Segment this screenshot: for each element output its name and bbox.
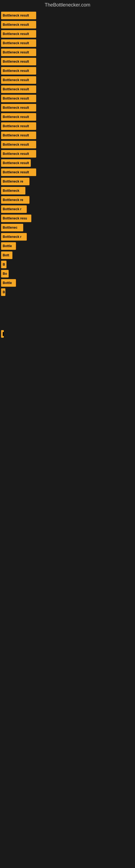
bar-row: Bottleneck result [0, 168, 135, 176]
bar-label: Bottle [3, 281, 12, 285]
bar-row: Bottleneck result [0, 113, 135, 121]
bar-row: Bottleneck r [0, 233, 135, 241]
bottleneck-bar: Bottleneck re [1, 178, 30, 185]
bottleneck-bar: Bottleneck result [1, 12, 36, 19]
bar-label: Bottleneck result [3, 60, 29, 63]
bar-label: Bottleneck result [3, 69, 29, 73]
bar-row: Bottleneck result [0, 76, 135, 84]
bar-row: Bo [0, 270, 135, 278]
bar-row: Bottleneck result [0, 30, 135, 38]
bottleneck-bar: Bottleneck r [1, 205, 27, 213]
bottleneck-bar: Bottle [1, 242, 16, 250]
bar-label: Bottleneck result [3, 170, 29, 174]
bar-row [0, 339, 135, 348]
bar-label: Bottleneck result [3, 97, 29, 100]
bottleneck-bar: Bottlenec [1, 224, 23, 231]
bar-row: Bottleneck [0, 187, 135, 194]
bar-label: Bottleneck result [3, 124, 29, 128]
bar-row: Bottleneck r [0, 205, 135, 213]
bar-label: Bottleneck result [3, 152, 29, 156]
bar-row: Bottleneck result [0, 12, 135, 19]
bottleneck-bar: Bottleneck result [1, 21, 36, 29]
bottleneck-bar: Bo [1, 270, 9, 278]
bar-row: B [0, 261, 135, 268]
bar-row: Bottleneck result [0, 104, 135, 112]
bottleneck-bar: Bottleneck result [1, 86, 36, 93]
bar-label: Bottleneck result [3, 41, 29, 45]
bar-row: Bottleneck result [0, 39, 135, 47]
bottleneck-bar: Bottleneck result [1, 39, 36, 47]
bar-row [0, 308, 135, 318]
bar-label: Bott [3, 253, 9, 257]
bar-row: Bottleneck result [0, 122, 135, 130]
bar-label: Bottleneck result [3, 161, 29, 165]
bar-row: ▌ [0, 330, 135, 338]
bottleneck-bar: Bottleneck result [1, 76, 36, 84]
bar-label: Bottleneck resu [3, 216, 27, 220]
bar-row: Bottleneck result [0, 86, 135, 93]
bar-label: B [3, 290, 5, 294]
bar-label: Bottleneck result [3, 13, 29, 18]
bar-row: Bottleneck result [0, 95, 135, 102]
bottleneck-bar: ▌ [1, 330, 4, 338]
bar-row: Bottleneck resu [0, 215, 135, 222]
bar-row: Bottleneck result [0, 141, 135, 148]
bar-row: Bottleneck result [0, 150, 135, 158]
bottleneck-bar: Bottleneck result [1, 141, 36, 148]
bar-label: Bottleneck r [3, 207, 21, 211]
bottleneck-bar: Bottleneck [1, 187, 26, 194]
bar-label: ▌ [3, 332, 4, 336]
bottleneck-bar: Bott [1, 251, 12, 259]
bar-label: Bottleneck result [3, 51, 29, 54]
bottleneck-bar: Bottleneck resu [1, 215, 31, 222]
bottleneck-bar: Bottleneck result [1, 168, 36, 176]
bottleneck-bar: Bottleneck result [1, 104, 36, 112]
bar-label: Bottleneck result [3, 143, 29, 147]
bottleneck-bar: Bottleneck result [1, 30, 36, 38]
bar-label: Bottleneck result [3, 23, 29, 27]
bar-row: Bottleneck result [0, 67, 135, 74]
bar-label: Bottle [3, 244, 12, 248]
bar-row: Bottleneck result [0, 58, 135, 65]
bar-row [0, 383, 135, 392]
bar-row: Bottleneck result [0, 49, 135, 56]
bottleneck-bar: Bottleneck result [1, 113, 36, 121]
bar-label: Bottleneck r [3, 235, 21, 239]
bar-row: Bott [0, 251, 135, 259]
bar-label: Bo [3, 272, 7, 276]
bar-row: Bottle [0, 279, 135, 287]
bottleneck-bar: B [1, 288, 5, 296]
bar-label: Bottleneck result [3, 106, 29, 110]
bar-label: Bottleneck re [3, 198, 23, 202]
bottleneck-bar: Bottleneck result [1, 122, 36, 130]
bottleneck-bar: Bottleneck result [1, 131, 36, 139]
bottleneck-bar: Bottleneck re [1, 196, 30, 204]
bottleneck-bar: Bottleneck result [1, 95, 36, 102]
bar-row: Bottlenec [0, 224, 135, 231]
bottleneck-bar: Bottleneck result [1, 58, 36, 65]
bar-row [0, 350, 135, 360]
bar-label: Bottlenec [3, 226, 17, 229]
bottleneck-bar: Bottleneck result [1, 159, 31, 167]
bar-row [0, 298, 135, 307]
bar-label: Bottleneck result [3, 32, 29, 36]
bar-row: Bottleneck result [0, 159, 135, 167]
bar-label: Bottleneck result [3, 87, 29, 91]
bar-row: Bottleneck result [0, 21, 135, 29]
bottleneck-bar: Bottleneck r [1, 233, 27, 241]
bar-row: Bottleneck re [0, 196, 135, 204]
bottleneck-bar: Bottle [1, 279, 16, 287]
bar-row: Bottleneck re [0, 178, 135, 185]
bar-label: Bottleneck result [3, 78, 29, 82]
bar-row: Bottle [0, 242, 135, 250]
bar-label: Bottleneck re [3, 180, 23, 183]
bar-row [0, 361, 135, 370]
site-title: TheBottlenecker.com [0, 0, 135, 9]
bar-row [0, 319, 135, 329]
bottleneck-bar: Bottleneck result [1, 49, 36, 56]
bar-row: Bottleneck result [0, 131, 135, 139]
bar-row: B [0, 288, 135, 296]
bar-label: B [3, 262, 5, 267]
bar-label: Bottleneck result [3, 133, 29, 137]
bottleneck-bar: Bottleneck result [1, 67, 36, 74]
